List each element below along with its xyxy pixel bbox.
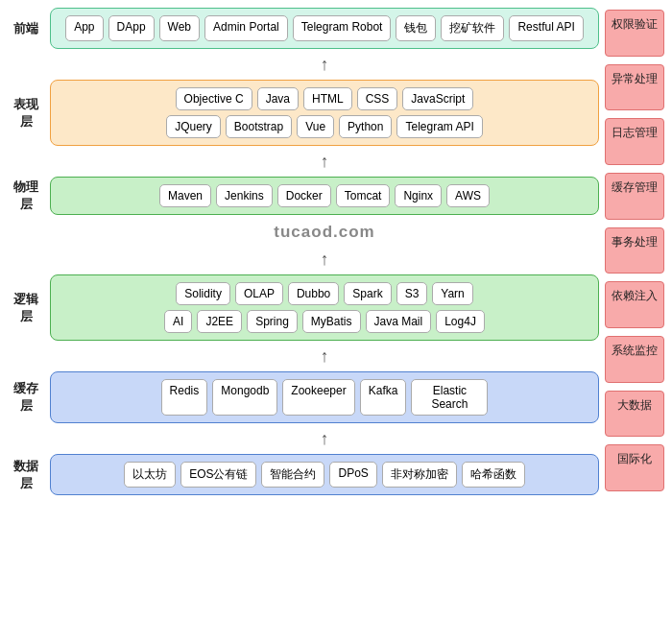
chip: Elastic Search [411, 379, 488, 416]
physical-content: MavenJenkinsDockerTomcatNginxAWS [50, 177, 599, 215]
chip: 以太坊 [124, 462, 176, 488]
chip: Solidity [176, 282, 230, 305]
chip: Vue [297, 115, 334, 138]
cache-label: 缓存层 [8, 380, 44, 415]
watermark: tucaod.com [50, 221, 599, 244]
chip: OLAP [235, 282, 283, 305]
chip: App [65, 15, 103, 41]
chip: AWS [446, 184, 490, 207]
chip: HTML [303, 87, 352, 110]
chip: DPoS [329, 462, 376, 488]
right-panel-item: 系统监控 [605, 336, 664, 383]
arrow-5: ↑ [50, 429, 599, 448]
chip: Admin Portal [204, 15, 288, 41]
chip: 钱包 [396, 15, 436, 41]
chip: 智能合约 [261, 462, 324, 488]
right-panel-item: 缓存管理 [605, 173, 664, 220]
chip: 挖矿软件 [441, 15, 504, 41]
main-container: 前端 AppDAppWebAdmin PortalTelegram Robot钱… [0, 0, 672, 503]
chip: Objective C [176, 87, 252, 110]
cache-chips: RedisMongodbZookeeperKafkaElastic Search [59, 379, 590, 416]
arrow-1: ↑ [50, 55, 599, 74]
chip: Nginx [395, 184, 442, 207]
chip: Telegram Robot [293, 15, 392, 41]
right-panel: 权限验证异常处理日志管理缓存管理事务处理依赖注入系统监控大数据国际化 [605, 8, 664, 495]
chip: 非对称加密 [382, 462, 457, 488]
arrow-2: ↑ [50, 152, 599, 171]
physical-chips: MavenJenkinsDockerTomcatNginxAWS [59, 184, 590, 207]
arrow-3: ↑ [50, 250, 599, 269]
chip: Tomcat [336, 184, 391, 207]
chip: Log4J [436, 310, 485, 333]
logic-row1: SolidityOLAPDubboSparkS3Yarn [59, 282, 590, 305]
chip: Web [159, 15, 200, 41]
chip: J2EE [197, 310, 242, 333]
presentation-content: Objective CJavaHTMLCSSJavaScript JQueryB… [50, 80, 599, 146]
chip: Zookeeper [282, 379, 354, 416]
chip: Kafka [360, 379, 407, 416]
chip: JQuery [166, 115, 221, 138]
presentation-row: 表现层 Objective CJavaHTMLCSSJavaScript JQu… [8, 80, 599, 146]
right-panel-item: 事务处理 [605, 227, 664, 274]
right-panel-item: 依赖注入 [605, 281, 664, 328]
right-panel-item: 日志管理 [605, 118, 664, 165]
chip: Jenkins [216, 184, 273, 207]
frontend-label: 前端 [8, 20, 44, 37]
chip: Telegram API [396, 115, 482, 138]
chip: Restful API [509, 15, 583, 41]
presentation-row1: Objective CJavaHTMLCSSJavaScript [59, 87, 590, 110]
cache-content: RedisMongodbZookeeperKafkaElastic Search [50, 371, 599, 423]
logic-row: 逻辑层 SolidityOLAPDubboSparkS3Yarn AIJ2EES… [8, 274, 599, 341]
data-row: 数据层 以太坊EOS公有链智能合约DPoS非对称加密哈希函数 [8, 454, 599, 495]
left-panel: 前端 AppDAppWebAdmin PortalTelegram Robot钱… [8, 8, 599, 495]
chip: Redis [161, 379, 208, 416]
cache-row: 缓存层 RedisMongodbZookeeperKafkaElastic Se… [8, 371, 599, 423]
right-panel-item: 权限验证 [605, 10, 664, 57]
chip: S3 [396, 282, 428, 305]
right-panel-item: 异常处理 [605, 64, 664, 111]
frontend-chips: AppDAppWebAdmin PortalTelegram Robot钱包挖矿… [59, 15, 590, 41]
chip: Java Mail [366, 310, 432, 333]
chip: Spark [344, 282, 391, 305]
chip: Yarn [432, 282, 472, 305]
data-content: 以太坊EOS公有链智能合约DPoS非对称加密哈希函数 [50, 454, 599, 495]
presentation-row2: JQueryBootstrapVuePythonTelegram API [59, 115, 590, 138]
chip: Mongodb [212, 379, 277, 416]
data-label: 数据层 [8, 458, 44, 492]
arrow-4: ↑ [50, 346, 599, 366]
chip: EOS公有链 [180, 462, 256, 488]
right-panel-item: 国际化 [605, 444, 664, 491]
physical-row: 物理层 MavenJenkinsDockerTomcatNginxAWS [8, 177, 599, 215]
right-panel-item: 大数据 [605, 391, 664, 438]
chip: Maven [159, 184, 211, 207]
logic-label: 逻辑层 [8, 291, 44, 325]
chip: JavaScript [402, 87, 473, 110]
logic-content: SolidityOLAPDubboSparkS3Yarn AIJ2EESprin… [50, 274, 599, 341]
chip: Java [257, 87, 299, 110]
chip: 哈希函数 [462, 462, 525, 488]
physical-label: 物理层 [8, 179, 44, 213]
chip: CSS [357, 87, 398, 110]
chip: Dubbo [288, 282, 339, 305]
chip: AI [164, 310, 192, 333]
frontend-row: 前端 AppDAppWebAdmin PortalTelegram Robot钱… [8, 8, 599, 49]
frontend-content: AppDAppWebAdmin PortalTelegram Robot钱包挖矿… [50, 8, 599, 49]
chip: MyBatis [302, 310, 361, 333]
presentation-label: 表现层 [8, 96, 44, 131]
chip: Docker [277, 184, 331, 207]
right-panel-inner: 权限验证异常处理日志管理缓存管理事务处理依赖注入系统监控大数据国际化 [605, 8, 664, 495]
data-chips: 以太坊EOS公有链智能合约DPoS非对称加密哈希函数 [59, 462, 590, 488]
logic-row2: AIJ2EESpringMyBatisJava MailLog4J [59, 310, 590, 333]
chip: Bootstrap [226, 115, 292, 138]
chip: Python [339, 115, 392, 138]
chip: DApp [108, 15, 155, 41]
chip: Spring [247, 310, 298, 333]
